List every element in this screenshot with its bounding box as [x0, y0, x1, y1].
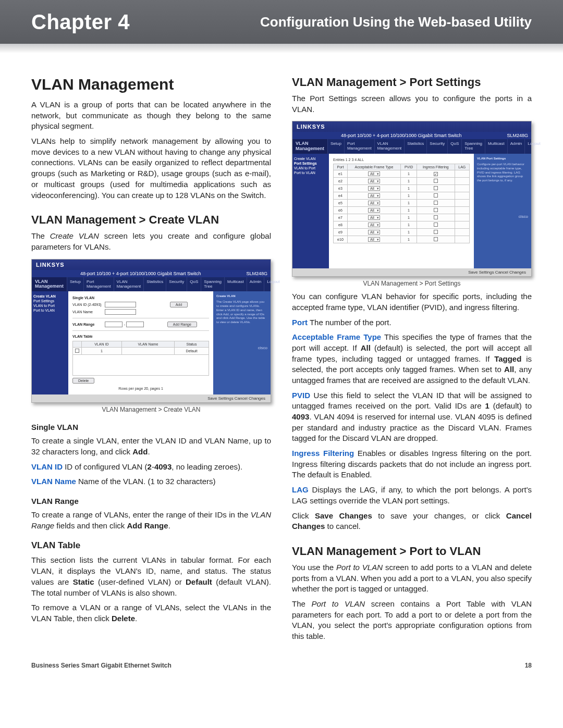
- footer-page-number: 18: [525, 662, 532, 669]
- aft-dropdown[interactable]: All: [368, 179, 380, 183]
- ingress-checkbox[interactable]: [434, 193, 438, 198]
- aft-dropdown[interactable]: All: [368, 193, 380, 198]
- fig1-vlanid-input[interactable]: [105, 302, 136, 307]
- aft-dropdown[interactable]: All: [368, 215, 380, 220]
- table-row[interactable]: e1All1: [334, 170, 470, 178]
- fig1-tab[interactable]: Setup: [67, 277, 83, 292]
- ingress-checkbox[interactable]: [434, 237, 438, 241]
- aft-dropdown[interactable]: All: [368, 223, 380, 227]
- fig2-port-table: Port Acceptable Frame Type PVID Ingress …: [333, 164, 470, 243]
- fig1-table-label: VLAN Table: [72, 335, 104, 338]
- para-term-ingress: Ingress Filtering Enables or disables In…: [292, 448, 532, 480]
- fig2-side-item[interactable]: Port Settings: [294, 162, 327, 165]
- table-row[interactable]: e4All1: [334, 192, 470, 200]
- fig1-tab[interactable]: Statistics: [143, 277, 166, 292]
- para-term-lag: LAG Displays the LAG, if any, to which t…: [292, 485, 532, 506]
- ingress-checkbox[interactable]: [434, 201, 438, 205]
- fig2-side-item[interactable]: VLAN to Port: [294, 166, 327, 170]
- fig2-help-panel: VLAN Port Settings Configure per-port VL…: [474, 154, 531, 268]
- fig2-tab[interactable]: Setup: [327, 139, 344, 154]
- fig1-range-from[interactable]: [105, 322, 123, 327]
- ingress-checkbox[interactable]: [434, 172, 438, 176]
- fig2-side-item[interactable]: Create VLAN: [294, 157, 327, 161]
- table-row[interactable]: e7All1: [334, 214, 470, 221]
- table-row[interactable]: e5All1: [334, 200, 470, 207]
- fig1-rows-msg: Rows per page 20, pages 1: [72, 387, 209, 390]
- table-row[interactable]: e6All1: [334, 207, 470, 214]
- fig1-footer[interactable]: Save Settings Cancel Changes: [32, 394, 271, 402]
- aft-dropdown[interactable]: All: [368, 230, 380, 235]
- table-row[interactable]: e3All1: [334, 185, 470, 192]
- fig2-tab[interactable]: Logout: [524, 139, 543, 154]
- section-title: Configuration Using the Web-based Utilit…: [260, 14, 532, 30]
- fig2-tab[interactable]: Spanning Tree: [461, 139, 485, 154]
- fig2-tab[interactable]: Port Management: [344, 139, 374, 154]
- left-column: VLAN Management A VLAN is a group of por…: [31, 76, 271, 646]
- heading-port-settings: VLAN Management > Port Settings: [292, 76, 532, 89]
- heading-create-vlan: VLAN Management > Create VLAN: [31, 213, 271, 227]
- fig2-th: Ingress Filtering: [417, 164, 455, 170]
- ingress-checkbox[interactable]: [434, 186, 438, 190]
- fig1-addrange-button[interactable]: Add Range: [167, 322, 197, 327]
- fig1-add-button[interactable]: Add: [170, 302, 188, 307]
- fig1-th: VLAN ID: [82, 341, 122, 348]
- ingress-checkbox[interactable]: [434, 208, 438, 212]
- fig1-tab[interactable]: Admin: [247, 277, 264, 292]
- para-vlan-intro-2: VLANs help to simplify network managemen…: [31, 136, 271, 201]
- fig1-tab[interactable]: Multicast: [224, 277, 247, 292]
- fig1-tab[interactable]: VLAN Management: [114, 277, 144, 292]
- table-row[interactable]: e9All1: [334, 229, 470, 236]
- fig2-tab[interactable]: VLAN Management: [374, 139, 405, 154]
- fig2-th: PVID: [400, 164, 417, 170]
- para-p2v-2: The Port to VLAN screen contains a Port …: [292, 599, 532, 642]
- heading-vlan-table: VLAN Table: [31, 540, 271, 551]
- fig1-tab[interactable]: Logout: [264, 277, 282, 292]
- fig1-side-item[interactable]: Port Settings: [33, 299, 67, 303]
- table-row[interactable]: 1 Default: [73, 348, 209, 355]
- fig1-delete-button[interactable]: Delete: [72, 378, 94, 384]
- table-row[interactable]: e8All1: [334, 221, 470, 229]
- aft-dropdown[interactable]: All: [368, 208, 380, 213]
- fig2-nav-tabs: Setup Port Management VLAN Management St…: [327, 139, 543, 154]
- fig1-tab[interactable]: QoS: [187, 277, 201, 292]
- ingress-checkbox[interactable]: [434, 215, 438, 219]
- aft-dropdown[interactable]: All: [368, 237, 380, 242]
- fig2-entries[interactable]: Entries 1 2 3 4 ALL: [333, 158, 470, 162]
- fig1-side-item[interactable]: Create VLAN: [33, 294, 67, 298]
- para-vlan-name: VLAN Name Name of the VLAN. (1 to 32 cha…: [31, 476, 271, 487]
- fig2-footer[interactable]: Save Settings Cancel Changes: [292, 268, 531, 276]
- fig1-tab[interactable]: Port Management: [83, 277, 114, 292]
- fig1-row-check[interactable]: [75, 349, 79, 353]
- para-port-behavior: You can configure VLAN behavior for spec…: [292, 291, 532, 313]
- fig1-help-panel: Create VLAN The Create VLAN page allows …: [213, 291, 271, 394]
- para-save-cancel: Click Save Changes to save your changes,…: [292, 511, 532, 532]
- fig1-model: SLM248G: [246, 271, 267, 276]
- fig2-tab[interactable]: Multicast: [485, 139, 507, 154]
- fig1-side-item[interactable]: VLAN to Port: [33, 304, 67, 307]
- fig2-tab[interactable]: Security: [426, 139, 447, 154]
- fig1-vlanname-input[interactable]: [105, 309, 136, 315]
- aft-dropdown[interactable]: All: [368, 201, 380, 205]
- figure-port-settings: LINKSYS 48-port 10/100 + 4-port 10/100/1…: [292, 121, 532, 277]
- fig1-side-item[interactable]: Port to VLAN: [33, 309, 67, 312]
- aft-dropdown[interactable]: All: [368, 171, 380, 176]
- ingress-checkbox[interactable]: [434, 179, 438, 183]
- fig2-tab[interactable]: Admin: [507, 139, 525, 154]
- heading-port-to-vlan: VLAN Management > Port to VLAN: [292, 545, 532, 558]
- table-row[interactable]: e10All1: [334, 236, 470, 243]
- aft-dropdown[interactable]: All: [368, 186, 380, 191]
- fig2-tab[interactable]: QoS: [447, 139, 461, 154]
- fig1-main: Single VLAN VLAN ID (2-4093) Add VLAN Na…: [68, 291, 213, 394]
- para-vlan-intro-1: A VLAN is a group of ports that can be l…: [31, 100, 271, 132]
- ingress-checkbox[interactable]: [434, 230, 438, 234]
- ingress-checkbox[interactable]: [434, 223, 438, 227]
- fig1-single-label: Single VLAN: [72, 296, 104, 300]
- para-port-intro: The Port Settings screen allows you to c…: [292, 93, 532, 115]
- fig2-side-item[interactable]: Port to VLAN: [294, 171, 327, 175]
- fig1-tab[interactable]: Spanning Tree: [201, 277, 224, 292]
- fig2-tab[interactable]: Statistics: [404, 139, 426, 154]
- fig2-nav: VLAN Management Setup Port Management VL…: [292, 139, 531, 154]
- table-row[interactable]: e2All1: [334, 178, 470, 185]
- fig1-tab[interactable]: Security: [166, 277, 187, 292]
- fig1-range-to[interactable]: [126, 322, 144, 327]
